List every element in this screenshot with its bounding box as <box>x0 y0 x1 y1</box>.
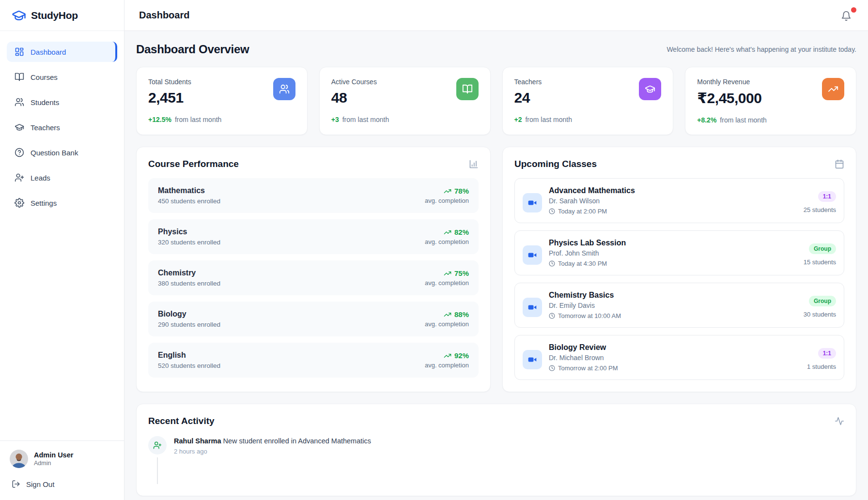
course-completion: 92% <box>454 351 469 360</box>
course-name: Physics <box>158 227 220 236</box>
class-card[interactable]: Advanced Mathematics Dr. Sarah Wilson To… <box>514 178 844 223</box>
class-name: Physics Lab Session <box>549 239 797 247</box>
user-info: Admin User Admin <box>34 451 73 467</box>
class-students: 25 students <box>804 206 836 213</box>
course-completion: 78% <box>454 187 469 195</box>
graduation-cap-icon <box>12 8 26 23</box>
stat-card-monthly-revenue: Monthly Revenue ₹2,45,000 +8.2% from las… <box>685 67 856 135</box>
class-list: Advanced Mathematics Dr. Sarah Wilson To… <box>514 178 844 380</box>
bell-icon <box>841 11 852 21</box>
sidebar-item-teachers[interactable]: Teachers <box>7 117 117 137</box>
sidebar-nav: Dashboard Courses Students Teachers Ques… <box>0 31 124 440</box>
stat-label: Active Courses <box>331 78 377 86</box>
sidebar-item-label: Settings <box>31 199 57 207</box>
course-completion: 82% <box>454 228 469 236</box>
course-completion: 75% <box>454 269 469 277</box>
sidebar-footer: Admin User Admin Sign Out <box>0 440 124 500</box>
stat-change-note: from last month <box>525 116 572 123</box>
class-type-badge: Group <box>809 296 836 306</box>
course-row[interactable]: Mathematics 450 students enrolled 78% av… <box>148 178 479 213</box>
course-name: English <box>158 351 220 360</box>
sidebar-item-students[interactable]: Students <box>7 92 117 112</box>
activity-actor: Rahul Sharma <box>174 437 221 445</box>
course-name: Mathematics <box>158 186 220 195</box>
class-time: Tomorrow at 10:00 AM <box>558 312 621 319</box>
welcome-message: Welcome back! Here's what's happening at… <box>666 45 856 53</box>
course-completion-note: avg. completion <box>425 197 469 204</box>
stat-label: Total Students <box>148 78 191 86</box>
app-root: StudyHop Dashboard Courses Students Teac… <box>0 0 868 500</box>
class-time: Today at 4:30 PM <box>558 260 607 267</box>
stat-card-total-students: Total Students 2,451 +12.5% from last mo… <box>136 67 308 135</box>
sidebar-item-question-bank[interactable]: Question Bank <box>7 142 117 163</box>
user-profile[interactable]: Admin User Admin <box>10 450 114 468</box>
trending-up-icon <box>822 78 844 100</box>
brand-logo: StudyHop <box>0 0 124 31</box>
class-name: Advanced Mathematics <box>549 186 797 195</box>
layout-dashboard-icon <box>15 47 24 57</box>
sign-out-button[interactable]: Sign Out <box>10 480 114 488</box>
course-row[interactable]: English 520 students enrolled 92% avg. c… <box>148 343 479 378</box>
stat-value: 24 <box>514 90 542 106</box>
class-type-badge: Group <box>809 243 836 254</box>
sidebar-item-settings[interactable]: Settings <box>7 193 117 213</box>
course-list: Mathematics 450 students enrolled 78% av… <box>148 178 479 378</box>
trending-up-icon <box>444 352 451 360</box>
course-row[interactable]: Biology 290 students enrolled 88% avg. c… <box>148 302 479 336</box>
trending-up-icon <box>444 228 451 236</box>
activity-action: New student enrolled in Advanced Mathema… <box>223 437 371 445</box>
course-row[interactable]: Physics 320 students enrolled 82% avg. c… <box>148 219 479 254</box>
stat-label: Teachers <box>514 78 542 86</box>
stat-label: Monthly Revenue <box>697 78 761 86</box>
class-card[interactable]: Physics Lab Session Prof. John Smith Tod… <box>514 230 844 275</box>
users-icon <box>15 97 24 107</box>
sidebar-item-dashboard[interactable]: Dashboard <box>7 42 117 62</box>
notifications-button[interactable] <box>841 9 853 22</box>
timeline-connector <box>157 457 158 484</box>
graduation-cap-icon <box>15 122 24 132</box>
stat-change: +8.2% <box>697 116 716 124</box>
overview-title: Dashboard Overview <box>136 43 249 56</box>
sidebar-item-label: Courses <box>31 73 58 81</box>
course-completion-note: avg. completion <box>425 238 469 245</box>
class-instructor: Dr. Sarah Wilson <box>549 197 797 205</box>
stat-card-teachers: Teachers 24 +2 from last month <box>502 67 674 135</box>
top-bar: Dashboard <box>124 0 868 31</box>
course-enrolled: 520 students enrolled <box>158 362 220 369</box>
clock-icon <box>549 208 555 214</box>
video-camera-icon <box>523 350 542 369</box>
course-enrolled: 380 students enrolled <box>158 280 220 287</box>
course-enrolled: 290 students enrolled <box>158 321 220 328</box>
clock-icon <box>549 260 555 267</box>
video-camera-icon <box>523 245 542 265</box>
class-card[interactable]: Biology Review Dr. Michael Brown Tomorro… <box>514 335 844 380</box>
stat-change: +12.5% <box>148 116 171 123</box>
stat-value: 2,451 <box>148 90 191 106</box>
sidebar-item-leads[interactable]: Leads <box>7 167 117 188</box>
overview-header: Dashboard Overview Welcome back! Here's … <box>136 43 856 56</box>
calendar-icon <box>835 159 844 169</box>
course-performance-title: Course Performance <box>148 159 239 169</box>
book-open-icon <box>456 78 479 100</box>
course-row[interactable]: Chemistry 380 students enrolled 75% avg.… <box>148 260 479 295</box>
brand-name: StudyHop <box>31 10 78 21</box>
notification-dot <box>851 7 856 13</box>
course-enrolled: 320 students enrolled <box>158 239 220 246</box>
class-name: Chemistry Basics <box>549 291 797 300</box>
course-completion-note: avg. completion <box>425 279 469 287</box>
class-type-badge: 1:1 <box>818 191 836 202</box>
course-name: Biology <box>158 310 220 318</box>
user-name: Admin User <box>34 451 73 459</box>
clock-icon <box>549 313 555 319</box>
stat-change-note: from last month <box>342 116 389 123</box>
stats-grid: Total Students 2,451 +12.5% from last mo… <box>136 67 856 135</box>
sidebar-item-label: Dashboard <box>31 48 66 56</box>
class-type-badge: 1:1 <box>818 348 836 359</box>
activity-item: Rahul Sharma New student enrolled in Adv… <box>148 436 844 484</box>
sign-out-label: Sign Out <box>26 480 54 488</box>
stat-change: +2 <box>514 116 522 123</box>
logout-icon <box>12 480 20 488</box>
course-performance-panel: Course Performance Mathematics 450 stude… <box>136 147 491 392</box>
sidebar-item-courses[interactable]: Courses <box>7 67 117 87</box>
class-card[interactable]: Chemistry Basics Dr. Emily Davis Tomorro… <box>514 283 844 328</box>
